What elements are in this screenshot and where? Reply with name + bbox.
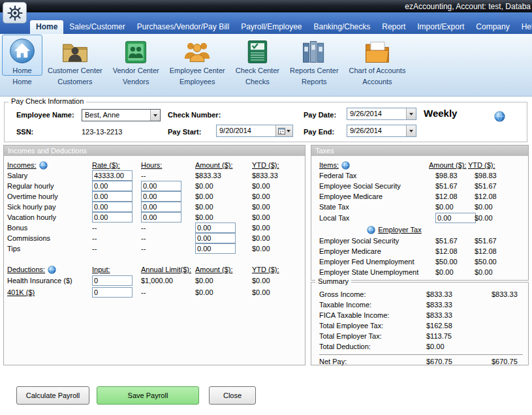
income-hours: -- (141, 224, 195, 232)
summary-row-total-deduction: Total Deduction: $0.00 (319, 341, 528, 352)
toolbar-item-home: Home Home (2, 35, 42, 85)
vendor-center-label: Vendor Center (113, 67, 159, 74)
income-label: Overtime hourly (7, 192, 92, 200)
summary-section-title: Summary (315, 277, 351, 285)
tax-ytd-header: YTD ($): (468, 161, 528, 169)
chart-of-accounts-button[interactable]: Chart of Accounts (344, 35, 411, 76)
toolbar-item-vendor-center: Vendor Center Vendors (108, 35, 164, 85)
tax-row-employer-state-unemployment: Employer State Unemployment $0.00 $0.00 (319, 267, 528, 277)
customer-center-icon (60, 37, 90, 66)
tab-purchases-vendor-pay-bill[interactable]: Purchases/Vendor/Pay Bill (131, 20, 235, 34)
tax-row-local: Local Tax $0.00 (319, 212, 528, 224)
regular-hourly-rate-input[interactable] (92, 181, 133, 191)
income-ytd: $0.00 (252, 245, 305, 253)
calculate-payroll-button[interactable]: Calculate Payroll (16, 386, 89, 405)
tab-report[interactable]: Report (376, 20, 411, 34)
tax-ytd: $51.67 (468, 237, 528, 245)
check-number-input[interactable] (229, 109, 294, 121)
customers-caption: Customers (57, 78, 92, 85)
vacation-hourly-hours-input[interactable] (141, 212, 181, 223)
tax-row-employer-medicare: Employer Medicare $12.08 $12.08 (319, 246, 528, 256)
pay-end-select[interactable]: 9/26/2014 (347, 125, 416, 137)
summary-label: Total Employer Tax: (319, 332, 426, 340)
health-insurance-input[interactable] (92, 275, 133, 286)
save-payroll-button[interactable]: Save Payroll (97, 386, 199, 405)
tab-help[interactable]: Help (516, 20, 532, 34)
tab-sales-customer[interactable]: Sales/Customer (63, 20, 131, 34)
income-label: Commissions (7, 234, 92, 242)
toolbar: Home Home Customer Center Customers (0, 34, 532, 97)
paycheck-help-globe-icon[interactable] (494, 111, 505, 122)
tax-amount: $50.00 (429, 258, 468, 266)
app-logo-button[interactable] (3, 2, 27, 23)
tab-payroll-employee[interactable]: Payroll/Employee (235, 20, 307, 34)
check-number-label: Check Number: (168, 109, 221, 121)
reports-center-label: Reports Center (290, 67, 339, 74)
employee-center-button[interactable]: Employee Center (164, 35, 230, 76)
overtime-hourly-hours-input[interactable] (141, 191, 181, 202)
income-ytd: $833.33 (252, 172, 305, 179)
home-caption: Home (12, 78, 31, 85)
menu-tabs: Home Sales/Customer Purchases/Vendor/Pay… (30, 20, 532, 34)
deduction-annual-limit: $1,000.00 (141, 277, 195, 284)
employee-name-value: Best, Anne (82, 110, 150, 121)
income-ytd: $0.00 (252, 224, 305, 232)
reports-center-button[interactable]: Reports Center (285, 35, 344, 76)
income-row-tips: Tips -- -- $0.00 (7, 243, 305, 254)
customer-center-button[interactable]: Customer Center (42, 35, 108, 76)
home-button[interactable]: Home (2, 35, 42, 76)
tab-banking-checks[interactable]: Banking/Checks (308, 20, 377, 34)
vendor-center-button[interactable]: Vendor Center (108, 35, 164, 76)
tab-import-export[interactable]: Import/Export (411, 20, 470, 34)
employee-center-icon (182, 37, 212, 66)
deductions-help-globe-icon[interactable] (48, 266, 56, 274)
overtime-hourly-rate-input[interactable] (92, 191, 133, 202)
income-ytd: $0.00 (252, 213, 305, 221)
tax-amount: $51.67 (429, 182, 468, 190)
deduction-amount: $0.00 (195, 277, 252, 284)
tax-label: Employee Social Security (319, 182, 429, 190)
sick-hourly-rate-input[interactable] (92, 202, 133, 212)
salary-rate-input[interactable] (92, 170, 133, 181)
pay-start-calendar-button[interactable] (275, 125, 292, 136)
tax-amount-header: Amount ($): (429, 161, 468, 169)
incomes-help-globe-icon[interactable] (39, 161, 48, 170)
tax-ytd: $51.67 (468, 182, 528, 190)
close-button[interactable]: Close (209, 386, 256, 405)
income-row-commissions: Commissions -- -- $0.00 (7, 233, 305, 243)
sick-hourly-hours-input[interactable] (141, 202, 181, 212)
check-center-button[interactable]: Check Center (230, 35, 285, 76)
pay-start-value: 9/20/2014 (217, 125, 275, 136)
tax-label: Employee Medicare (319, 192, 429, 200)
deduction-ytd: $0.00 (252, 277, 305, 284)
deduction-annual-limit: -- (141, 288, 195, 296)
vacation-hourly-rate-input[interactable] (92, 212, 133, 223)
rate-header: Rate ($): (92, 161, 141, 169)
employee-name-select[interactable]: Best, Anne (82, 109, 161, 121)
deduction-label-401k-link[interactable]: 401K ($) (7, 288, 92, 296)
income-ytd: $0.00 (252, 192, 305, 200)
taxes-panel-body: Items: Amount ($): YTD ($): Federal Tax … (311, 156, 528, 277)
chart-of-accounts-icon (362, 37, 392, 66)
check-center-icon (242, 37, 272, 66)
income-amount: $0.00 (195, 192, 252, 200)
taxes-header-row: Items: Amount ($): YTD ($): (319, 160, 528, 170)
income-label: Sick hourly pay (7, 203, 92, 211)
deductions-header-row: Deductions: Input: Annual Limit($): Amou… (7, 264, 305, 275)
tax-amount: $51.67 (429, 237, 468, 245)
k401-input[interactable] (92, 287, 133, 298)
taxes-help-globe-icon[interactable] (341, 161, 350, 170)
pay-date-select[interactable]: 9/26/2014 (347, 108, 416, 120)
regular-hourly-hours-input[interactable] (141, 181, 181, 191)
tax-amount: $0.00 (429, 268, 468, 276)
pay-start-label: Pay Start: (168, 126, 201, 138)
tab-home[interactable]: Home (30, 20, 63, 34)
employer-tax-help-globe-icon[interactable] (367, 226, 375, 234)
bonus-amount-input[interactable] (195, 223, 236, 233)
tax-ytd: $0.00 (468, 268, 528, 276)
pay-start-datepicker[interactable]: 9/20/2014 (216, 125, 293, 137)
tips-amount-input[interactable] (195, 243, 236, 254)
taxes-panel: Taxes Items: Amount ($): YTD ($): Federa… (311, 145, 529, 281)
tab-company[interactable]: Company (470, 20, 515, 34)
commissions-amount-input[interactable] (195, 233, 236, 243)
